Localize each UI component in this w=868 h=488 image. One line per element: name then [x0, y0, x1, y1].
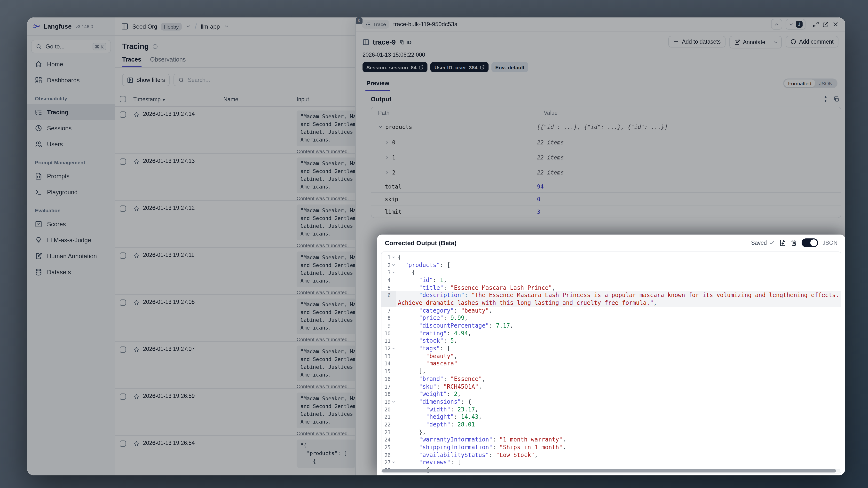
fold-toggle-icon [391, 299, 396, 306]
editor-line-11[interactable]: 11 "stock": 5, [381, 337, 841, 344]
save-to-dataset-icon[interactable] [780, 239, 786, 246]
editor-code-text: }, [396, 428, 841, 436]
editor-code-text: "sku": "RCH45Q1A", [396, 383, 841, 390]
line-number: 18 [381, 391, 391, 397]
editor-line-27[interactable]: 27 "reviews": [ [381, 459, 841, 466]
editor-line-16[interactable]: 16 "brand": "Essence", [381, 375, 841, 383]
line-number: 16 [381, 376, 391, 382]
editor-line-24[interactable]: 24 "warrantyInformation": "1 month warra… [381, 436, 841, 444]
editor-code-text: "warrantyInformation": "1 month warranty… [396, 436, 841, 444]
editor-code-text: "weight": 2, [396, 390, 841, 398]
desktop-background: Langfuse v3.146.0 Go to... ⌘ K HomeDashb… [0, 0, 868, 488]
editor-code-text: "discountPercentage": 7.17, [396, 322, 841, 329]
editor-code-text: "tags": [ [396, 345, 841, 352]
editor-line-20[interactable]: 20 "width": 23.17, [381, 406, 841, 413]
line-number: 7 [381, 307, 391, 313]
line-number: 22 [381, 422, 391, 427]
line-number: 6 [381, 292, 391, 299]
editor-code-text: "shippingInformation": "Ships in 1 month… [396, 444, 841, 451]
line-number: 3 [381, 269, 391, 275]
check-icon [769, 240, 775, 246]
editor-line-8[interactable]: 8 "price": 9.99, [381, 314, 841, 322]
editor-line-19[interactable]: 19 "dimensions": { [381, 398, 841, 405]
editor-code-text: "description": "The Essence Mascara Lash… [396, 292, 841, 299]
editor-code-text: "availabilityStatus": "Low Stock", [396, 451, 841, 459]
editor-line-22[interactable]: 22 "depth": 28.01 [381, 421, 841, 428]
line-number: 2 [381, 262, 391, 268]
editor-line-4[interactable]: 4 "id": 1, [381, 276, 841, 284]
editor-line-6[interactable]: Achieve dramatic lashes with this long-l… [381, 299, 841, 306]
fold-toggle-icon[interactable] [391, 263, 396, 267]
editor-line-21[interactable]: 21 "height": 14.43, [381, 413, 841, 421]
line-number: 24 [381, 437, 391, 443]
line-number: 23 [381, 429, 391, 435]
editor-line-5[interactable]: 5 "title": "Essence Mascara Lash Prince"… [381, 284, 841, 292]
line-number: 15 [381, 368, 391, 374]
saved-status: Saved [751, 240, 775, 246]
editor-line-10[interactable]: 10 "rating": 4.94, [381, 330, 841, 337]
horizontal-scrollbar[interactable] [382, 469, 840, 472]
line-number: 19 [381, 399, 391, 405]
json-editor[interactable]: 1{2 "products": [3 {4 "id": 1,5 "title":… [381, 251, 841, 474]
editor-code-text: "brand": "Essence", [396, 375, 841, 383]
line-number: 27 [381, 460, 391, 465]
editor-line-2[interactable]: 2 "products": [ [381, 261, 841, 269]
scrollbar-thumb[interactable] [382, 469, 836, 472]
editor-line-26[interactable]: 26 "availabilityStatus": "Low Stock", [381, 451, 841, 459]
line-number: 26 [381, 452, 391, 458]
editor-line-1[interactable]: 1{ [381, 253, 841, 261]
editor-line-13[interactable]: 13 "beauty", [381, 352, 841, 360]
line-number: 21 [381, 414, 391, 420]
editor-code-text: { [396, 253, 841, 261]
toggle-knob [811, 239, 817, 246]
line-number: 14 [381, 361, 391, 367]
editor-code-text: "title": "Essence Mascara Lash Prince", [396, 284, 841, 292]
editor-line-6[interactable]: 6 "description": "The Essence Mascara La… [381, 292, 841, 299]
fold-toggle-icon[interactable] [391, 400, 396, 404]
editor-code-text: "stock": 5, [396, 337, 841, 344]
editor-line-14[interactable]: 14 "mascara" [381, 360, 841, 367]
delete-icon[interactable] [791, 239, 798, 246]
line-number: 12 [381, 345, 391, 352]
editor-line-12[interactable]: 12 "tags": [ [381, 345, 841, 352]
editor-code-text: "mascara" [396, 360, 841, 367]
editor-code-text: "price": 9.99, [396, 314, 841, 322]
line-number: 8 [381, 315, 391, 321]
editor-line-3[interactable]: 3 { [381, 269, 841, 276]
line-number: 9 [381, 323, 391, 329]
editor-code-text: "reviews": [ [396, 459, 841, 466]
editor-line-23[interactable]: 23 }, [381, 428, 841, 436]
editor-line-7[interactable]: 7 "category": "beauty", [381, 307, 841, 314]
line-number: 11 [381, 338, 391, 344]
editor-code-text: "category": "beauty", [396, 307, 841, 314]
line-number: 5 [381, 285, 391, 291]
line-number: 25 [381, 445, 391, 450]
editor-line-25[interactable]: 25 "shippingInformation": "Ships in 1 mo… [381, 444, 841, 451]
line-number: 4 [381, 277, 391, 283]
langfuse-app-window: Langfuse v3.146.0 Go to... ⌘ K HomeDashb… [27, 18, 845, 476]
editor-code-text: "dimensions": { [396, 398, 841, 405]
corrected-output-panel: Corrected Output (Beta) Saved JSON 1{2 "… [377, 235, 845, 476]
json-toggle[interactable] [802, 238, 818, 247]
line-number: 1 [381, 254, 391, 260]
fold-toggle-icon[interactable] [391, 270, 396, 274]
editor-line-15[interactable]: 15 ], [381, 368, 841, 375]
editor-code-text: Achieve dramatic lashes with this long-l… [396, 299, 841, 306]
editor-code-text: "id": 1, [396, 276, 841, 284]
editor-code-text: { [396, 269, 841, 276]
fold-toggle-icon[interactable] [391, 346, 396, 350]
editor-code-text: "width": 23.17, [396, 406, 841, 413]
editor-line-9[interactable]: 9 "discountPercentage": 7.17, [381, 322, 841, 329]
saved-label: Saved [751, 240, 767, 246]
editor-line-18[interactable]: 18 "weight": 2, [381, 390, 841, 398]
fold-toggle-icon[interactable] [391, 461, 396, 464]
editor-line-17[interactable]: 17 "sku": "RCH45Q1A", [381, 383, 841, 390]
json-toggle-label: JSON [823, 240, 837, 246]
fold-toggle-icon[interactable] [391, 255, 396, 259]
line-number: 10 [381, 330, 391, 336]
corrected-output-title: Corrected Output (Beta) [385, 239, 457, 246]
fold-toggle-icon [391, 292, 396, 299]
line-number: 20 [381, 406, 391, 412]
editor-code-text: "depth": 28.01 [396, 421, 841, 428]
line-number: 13 [381, 353, 391, 359]
